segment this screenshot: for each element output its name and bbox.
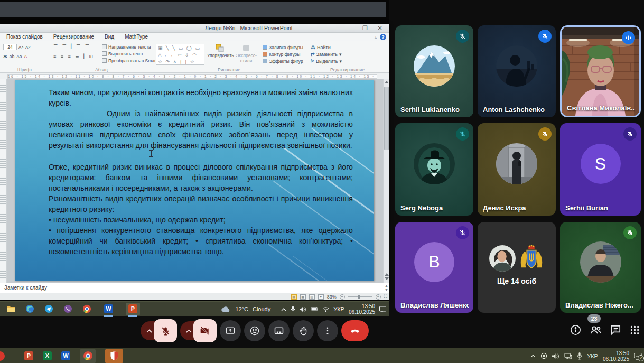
wifi-icon[interactable] <box>322 306 329 312</box>
weather-temp[interactable]: 12°C <box>235 306 248 312</box>
next-slide-icon[interactable] <box>385 277 389 280</box>
participant-tile[interactable]: Владислав Ніжего... <box>560 222 641 313</box>
activities-icon[interactable] <box>629 324 640 336</box>
overflow-participants-tile[interactable]: Ще 14 осіб <box>478 222 556 313</box>
minimize-button[interactable]: – <box>346 24 354 32</box>
tray-app-icon[interactable] <box>540 352 547 359</box>
zoom-in-icon[interactable]: + <box>376 294 381 300</box>
viber-icon[interactable] <box>63 304 72 313</box>
battery-icon[interactable] <box>311 307 318 311</box>
notes-scroll-icons[interactable]: ▲▼ <box>385 284 388 292</box>
fit-to-window-icon[interactable]: ⛶ <box>384 294 387 300</box>
tab-view[interactable]: Вид <box>105 34 114 40</box>
chrome-icon[interactable] <box>82 304 91 313</box>
vertical-scrollbar[interactable] <box>383 79 389 283</box>
language-indicator[interactable]: УКР <box>587 353 598 359</box>
mic-off-icon <box>456 30 469 43</box>
shield-app-icon[interactable] <box>105 349 123 363</box>
zoom-slider[interactable] <box>348 296 372 297</box>
normal-view-icon[interactable]: ▤ <box>291 294 297 300</box>
tray-expand-icon[interactable] <box>530 354 536 358</box>
align-buttons[interactable]: ≡ ≡ ≡ ≣ ▏⊞ <box>53 54 95 59</box>
collapse-ribbon-icon[interactable]: ▵ <box>375 35 377 40</box>
edge-icon[interactable] <box>25 304 34 313</box>
notification-center-icon[interactable] <box>379 306 386 312</box>
mic-muted-button[interactable] <box>154 319 177 342</box>
slide-text-block[interactable]: Таким чином, при укладанні контрактів не… <box>49 87 353 257</box>
present-screen-button[interactable] <box>220 320 241 341</box>
chat-icon[interactable] <box>610 324 622 336</box>
tab-mathtype[interactable]: MathType <box>125 34 148 40</box>
shape-outline-button[interactable]: Контур фигуры <box>263 51 303 58</box>
shrink-font-icon[interactable]: A˅ <box>25 45 31 50</box>
vertical-ruler[interactable] <box>0 79 7 283</box>
arrange-button[interactable]: Упорядочить <box>207 43 232 58</box>
tab-slideshow[interactable]: Показ слайдов <box>6 34 43 40</box>
maximize-button[interactable]: ❐ <box>361 24 369 32</box>
more-options-button[interactable] <box>317 320 338 341</box>
volume-icon[interactable] <box>300 306 306 312</box>
powerpoint-taskbar-icon[interactable]: P <box>126 303 140 315</box>
replace-button[interactable]: ⇄Заменить ▾ <box>311 51 342 58</box>
list-buttons[interactable]: ☰ ☰ ▏☰ ☰ <box>53 44 91 49</box>
mic-tray-icon[interactable] <box>291 306 295 313</box>
scrollbar-thumb[interactable] <box>384 87 389 150</box>
notification-center-icon[interactable]: 2 <box>634 352 642 360</box>
participant-tile[interactable]: Денис Искра <box>478 123 556 216</box>
volume-icon[interactable] <box>552 353 559 359</box>
chrome-host-icon[interactable] <box>80 349 96 363</box>
reactions-button[interactable] <box>244 320 265 341</box>
font-size-field[interactable]: 24 <box>3 44 17 50</box>
quick-styles-button[interactable]: Экспресс-стили <box>234 43 259 63</box>
font-color-icon[interactable]: A <box>24 54 27 59</box>
participant-tile[interactable]: B Владислав Ляшенко <box>395 222 473 313</box>
slideshow-icon[interactable]: ▼ <box>318 294 324 300</box>
mic-tray-icon[interactable] <box>577 352 582 360</box>
camera-off-button[interactable] <box>193 319 217 342</box>
select-button[interactable]: ⌲Выделить ▾ <box>311 58 342 64</box>
participant-tile[interactable]: S Serhii Burian <box>560 123 641 216</box>
participant-tile[interactable]: Serhii Lukianenko <box>395 25 473 117</box>
excel-host-icon[interactable]: X <box>43 351 52 360</box>
telegram-icon[interactable] <box>44 304 53 313</box>
participant-tile-speaking[interactable]: Світлана Миколаїв... <box>560 25 641 117</box>
scroll-up-icon[interactable] <box>385 81 389 83</box>
close-button[interactable]: ✕ <box>376 24 384 32</box>
reading-view-icon[interactable]: ▥ <box>309 294 315 300</box>
captions-button[interactable] <box>268 320 290 341</box>
participants-icon[interactable] <box>589 324 602 336</box>
find-button[interactable]: ⁂Найти <box>311 44 342 51</box>
weather-condition[interactable]: Cloudy <box>253 306 270 312</box>
file-explorer-icon[interactable] <box>6 305 15 313</box>
case-icon[interactable]: Aa <box>16 54 22 59</box>
participant-tile[interactable]: Anton Lashchenko <box>478 25 556 117</box>
word-host-icon[interactable]: W <box>61 351 70 360</box>
clock[interactable]: 13:5006.10.2025 <box>349 303 375 315</box>
help-icon[interactable]: ? <box>380 34 386 40</box>
end-call-button[interactable] <box>341 320 369 341</box>
meeting-details-icon[interactable] <box>570 324 582 336</box>
network-icon[interactable] <box>564 353 572 359</box>
zoom-out-icon[interactable]: − <box>340 294 345 300</box>
strike-icon[interactable]: ab <box>10 54 14 59</box>
horizontal-ruler[interactable]: 16 · 15 · 14 · 13 · 12 · 11 · 10 · 9 · 8… <box>0 73 389 79</box>
raise-hand-button[interactable] <box>293 320 314 341</box>
weather-cloud-icon[interactable] <box>221 306 231 312</box>
ppt-title-bar[interactable]: Лекція №8n - Microsoft PowerPoint – ❐ ✕ <box>0 24 389 33</box>
previous-slide-icon[interactable] <box>385 273 389 276</box>
tab-review[interactable]: Рецензирование <box>53 34 94 40</box>
clock[interactable]: 13:5006.10.2025 <box>603 350 629 362</box>
word-taskbar-icon[interactable]: W <box>101 303 116 315</box>
language-indicator[interactable]: УКР <box>333 306 344 312</box>
shapes-gallery[interactable]: ▣ ╲ ╲ ▭ ◯ ▭ △ ⌐ ⌐ ⇦ ⇩ ◠ ☆ ↷ ∧ { } ☆ <box>156 44 204 65</box>
participant-tile[interactable]: Serg Neboga <box>395 123 473 216</box>
slide-sorter-icon[interactable]: ▦ <box>300 294 306 300</box>
shape-fill-button[interactable]: Заливка фигуры <box>263 44 303 51</box>
powerpoint-host-icon[interactable]: P <box>24 351 33 360</box>
tray-expand-icon[interactable] <box>281 308 286 311</box>
shape-effects-button[interactable]: Эффекты фигур <box>263 58 303 64</box>
notes-pane[interactable]: Заметки к слайду ▲▼ <box>0 283 389 293</box>
slide[interactable]: Таким чином, при укладанні контрактів не… <box>15 80 374 281</box>
bold-icon[interactable]: Ж <box>3 54 7 59</box>
grow-font-icon[interactable]: A˄ <box>18 45 24 50</box>
